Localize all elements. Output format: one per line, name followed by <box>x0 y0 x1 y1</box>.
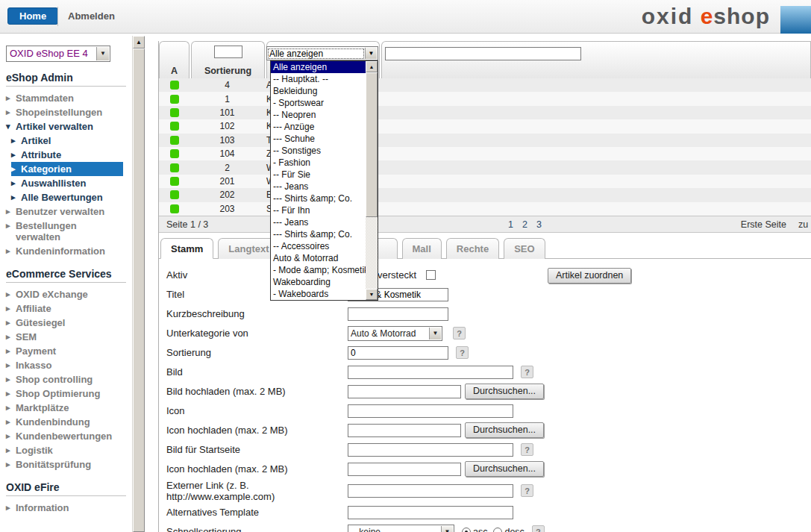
column-header-rest[interactable] <box>381 41 811 78</box>
sidebar-item[interactable]: Inkasso <box>6 358 132 372</box>
scrollbar-down-arrow-icon[interactable]: ▼ <box>366 289 378 300</box>
tab[interactable]: Mall <box>402 238 442 259</box>
category-option[interactable]: -- Hauptkat. -- <box>271 73 366 85</box>
kurzbeschreibung-input[interactable] <box>348 307 448 321</box>
sidebar-item[interactable]: Marktplätze <box>6 401 132 415</box>
chevron-down-icon[interactable]: ▼ <box>365 48 377 59</box>
chevron-down-icon[interactable]: ▼ <box>429 328 441 339</box>
category-option[interactable]: - Mode &amp; Kosmetik <box>271 264 366 276</box>
page-link[interactable]: 2 <box>522 219 527 230</box>
table-row[interactable]: 2 W <box>159 160 811 174</box>
sidebar-item[interactable]: Information <box>6 501 132 515</box>
sidebar-item[interactable]: Kategorien <box>11 162 123 176</box>
sidebar-item[interactable]: Shop controlling <box>6 372 132 387</box>
category-option[interactable]: - Sportswear <box>271 97 366 109</box>
alt-template-input[interactable] <box>348 506 513 519</box>
category-option[interactable]: --- Schuhe <box>271 133 366 145</box>
scrollbar-thumb[interactable] <box>133 48 145 532</box>
column-header-active[interactable]: A <box>159 41 190 78</box>
sidebar-item[interactable]: Stammdaten <box>6 91 132 105</box>
sidebar-item[interactable]: Kundeninformation <box>6 244 132 258</box>
help-icon[interactable]: ? <box>521 443 533 456</box>
browse-button[interactable]: Durchsuchen... <box>465 461 544 477</box>
sidebar-item[interactable]: Kundenbewertungen <box>6 429 132 443</box>
asc-radio[interactable] <box>462 528 471 532</box>
category-option[interactable]: -- Für Ihn <box>271 204 366 216</box>
table-row[interactable]: 4 A <box>159 78 811 92</box>
category-option[interactable]: - Wakeboards <box>271 288 366 300</box>
category-option[interactable]: --- Shirts &amp; Co. <box>271 193 366 204</box>
category-option[interactable]: Wakeboarding <box>271 276 366 288</box>
logout-link[interactable]: Abmelden <box>68 10 115 22</box>
text-filter-input[interactable] <box>385 47 581 60</box>
tab[interactable]: SEO <box>504 238 545 259</box>
bild-startseite-input[interactable] <box>348 443 513 457</box>
sidebar-item[interactable]: Affiliate <box>6 301 132 316</box>
help-icon[interactable]: ? <box>521 484 533 497</box>
sidebar-item[interactable]: Auswahllisten <box>11 176 132 190</box>
category-filter-select[interactable]: Alle anzeigen ▼ <box>266 46 378 60</box>
prev-page-link[interactable]: zu <box>798 219 811 230</box>
page-link[interactable]: 1 <box>508 219 513 230</box>
help-icon[interactable]: ? <box>453 327 466 339</box>
category-option[interactable]: -- Für Sie <box>271 169 366 181</box>
category-option[interactable]: --- Anzüge <box>271 121 366 133</box>
category-option[interactable]: Bekleidung <box>271 85 366 97</box>
icon-upload-input[interactable] <box>348 424 461 437</box>
help-icon[interactable]: ? <box>521 366 533 378</box>
schnellsortierung-select[interactable]: -- keine -- ▼ <box>348 525 454 532</box>
category-option[interactable]: --- Shirts &amp; Co. <box>271 228 366 240</box>
column-header-sortierung[interactable]: Sortierung <box>191 41 265 78</box>
scrollbar-up-arrow-icon[interactable]: ▲ <box>133 36 145 48</box>
dropdown-scrollbar[interactable]: ▲ ▼ <box>366 61 378 300</box>
sidebar-item[interactable]: Payment <box>6 344 132 358</box>
table-row[interactable]: 203 S <box>159 202 811 216</box>
category-option[interactable]: --- Jeans <box>271 181 366 193</box>
help-icon[interactable]: ? <box>532 525 545 532</box>
table-row[interactable]: 101 K <box>159 106 811 119</box>
browse-button[interactable]: Durchsuchen... <box>465 384 544 399</box>
tab[interactable]: Stamm <box>160 238 213 259</box>
sidebar-item[interactable]: Artikel verwalten <box>6 119 132 134</box>
table-row[interactable]: 201 W <box>159 175 811 188</box>
category-option[interactable]: --- Jeans <box>271 216 366 228</box>
category-option[interactable]: Alle anzeigen <box>271 61 366 73</box>
table-row[interactable]: 104 Z <box>159 147 811 160</box>
chevron-down-icon[interactable]: ▼ <box>441 526 453 532</box>
sidebar-item[interactable]: Shopeinstellungen <box>6 105 132 119</box>
sidebar-item[interactable]: Kundenbindung <box>6 415 132 429</box>
category-option[interactable]: Auto & Motorrad <box>271 252 366 264</box>
sidebar-item[interactable]: Artikel <box>11 134 132 148</box>
browse-button[interactable]: Durchsuchen... <box>465 422 544 438</box>
desc-radio[interactable] <box>493 528 502 532</box>
sidebar-item[interactable]: SEM <box>6 330 132 344</box>
icon-upload-2-input[interactable] <box>348 463 461 476</box>
table-row[interactable]: 102 K <box>159 119 811 133</box>
table-row[interactable]: 103 T <box>159 134 811 147</box>
scrollbar-up-arrow-icon[interactable]: ▲ <box>366 61 378 72</box>
sidebar-item[interactable]: Shop Optimierung <box>6 387 132 401</box>
help-icon[interactable]: ? <box>456 346 469 359</box>
category-option[interactable]: - Fashion <box>271 157 366 169</box>
sidebar-item[interactable]: OXID eXchange <box>6 287 132 301</box>
sidebar-item[interactable]: Bonitätsprüfung <box>6 457 132 472</box>
sidebar-item[interactable]: Logistik <box>6 443 132 457</box>
externer-link-input[interactable] <box>348 484 513 498</box>
first-page-link[interactable]: Erste Seite <box>741 219 786 230</box>
bild-input[interactable] <box>348 366 513 379</box>
shop-version-select[interactable]: OXID eShop EE 4 ▼ <box>6 46 110 62</box>
chevron-down-icon[interactable]: ▼ <box>96 47 109 60</box>
page-link[interactable]: 3 <box>536 219 542 230</box>
dropdown-scrollbar-thumb[interactable] <box>366 72 378 217</box>
tab[interactable]: Rechte <box>446 238 499 259</box>
sortierung-input[interactable] <box>348 346 448 360</box>
sidebar-item[interactable]: Attribute <box>11 148 132 162</box>
frame-scrollbar[interactable]: ▲ <box>132 36 145 532</box>
table-row[interactable]: 1 K <box>159 92 811 105</box>
category-option[interactable]: -- Sonstiges <box>271 145 366 157</box>
category-option[interactable]: -- Accessoires <box>271 240 366 252</box>
sidebar-item[interactable]: Benutzer verwalten <box>6 204 132 219</box>
sidebar-item[interactable]: Bestellungen verwalten <box>6 219 103 244</box>
sort-filter-input[interactable] <box>214 46 242 58</box>
sidebar-item[interactable]: Alle Bewertungen <box>11 190 132 204</box>
